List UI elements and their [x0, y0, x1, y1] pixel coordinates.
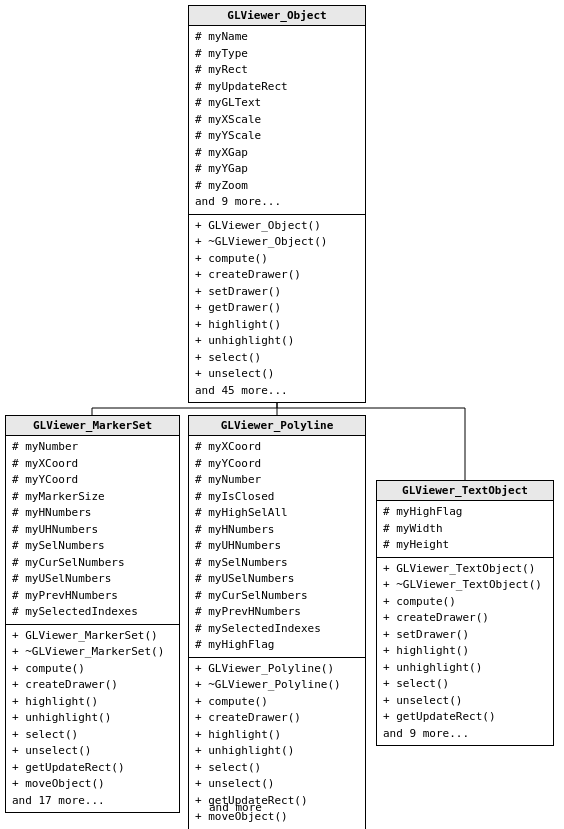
- glviewer-textobject-fields: # myHighFlag # myWidth # myHeight: [377, 501, 553, 558]
- glviewer-textobject-title: GLViewer_TextObject: [377, 481, 553, 501]
- diagram-container: GLViewer_Object # myName # myType # myRe…: [0, 0, 564, 829]
- glviewer-textobject-box: GLViewer_TextObject # myHighFlag # myWid…: [376, 480, 554, 746]
- glviewer-markerset-box: GLViewer_MarkerSet # myNumber # myXCoord…: [5, 415, 180, 813]
- glviewer-markerset-title: GLViewer_MarkerSet: [6, 416, 179, 436]
- glviewer-polyline-fields: # myXCoord # myYCoord # myNumber # myIsC…: [189, 436, 365, 658]
- and-more-label: and more: [209, 801, 262, 814]
- glviewer-polyline-title: GLViewer_Polyline: [189, 416, 365, 436]
- glviewer-object-title: GLViewer_Object: [189, 6, 365, 26]
- glviewer-textobject-methods: + GLViewer_TextObject() + ~GLViewer_Text…: [377, 558, 553, 746]
- glviewer-markerset-methods: + GLViewer_MarkerSet() + ~GLViewer_Marke…: [6, 625, 179, 813]
- glviewer-markerset-fields: # myNumber # myXCoord # myYCoord # myMar…: [6, 436, 179, 625]
- glviewer-object-methods: + GLViewer_Object() + ~GLViewer_Object()…: [189, 215, 365, 403]
- glviewer-object-box: GLViewer_Object # myName # myType # myRe…: [188, 5, 366, 403]
- glviewer-object-fields: # myName # myType # myRect # myUpdateRec…: [189, 26, 365, 215]
- glviewer-polyline-box: GLViewer_Polyline # myXCoord # myYCoord …: [188, 415, 366, 829]
